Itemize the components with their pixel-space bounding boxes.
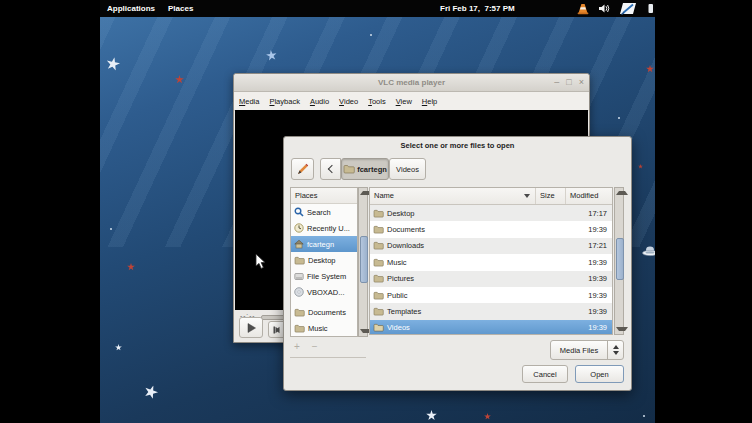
column-header-modified[interactable]: Modified xyxy=(566,188,612,204)
places-sidebar: Places Search Recently U... xyxy=(290,187,358,337)
drive-icon xyxy=(294,272,304,281)
file-row-downloads[interactable]: Downloads 17:21 xyxy=(370,238,612,254)
file-open-dialog: Select one or more files to open fcarteg… xyxy=(283,136,632,391)
file-row-music[interactable]: Music 19:39 xyxy=(370,254,612,270)
breadcrumb-home[interactable]: fcartegn xyxy=(341,158,389,180)
file-row-templates[interactable]: Templates 19:39 xyxy=(370,303,612,319)
chevron-left-icon xyxy=(327,165,335,173)
folder-icon xyxy=(373,323,384,332)
folder-icon xyxy=(373,291,384,300)
sidebar-item-filesystem[interactable]: File System xyxy=(291,268,357,284)
filter-value: Media Files xyxy=(551,346,607,355)
maximize-button[interactable]: □ xyxy=(566,74,571,91)
sidebar-item-label: Documents xyxy=(308,308,346,317)
sidebar-item-music[interactable]: Music xyxy=(291,320,357,336)
add-bookmark-button[interactable]: + xyxy=(294,341,312,352)
mouse-cursor xyxy=(255,253,266,270)
folder-icon xyxy=(294,308,305,317)
play-icon xyxy=(247,323,256,333)
menu-video[interactable]: Video xyxy=(339,97,358,106)
sidebar-item-label: Music xyxy=(308,324,328,333)
clipped-tray-icon[interactable] xyxy=(648,3,653,14)
minimize-button[interactable]: – xyxy=(554,74,559,91)
breadcrumb-videos-label: Videos xyxy=(396,165,419,174)
folder-icon xyxy=(373,209,384,218)
vlc-titlebar[interactable]: VLC media player – □ × xyxy=(234,74,589,92)
file-row-desktop[interactable]: Desktop 17:17 xyxy=(370,205,612,221)
sidebar-item-label: Desktop xyxy=(308,256,336,265)
file-list-header: Name Size Modified xyxy=(370,188,612,205)
breadcrumb-home-label: fcartegn xyxy=(357,165,387,174)
menu-media[interactable]: Media xyxy=(239,97,259,106)
folder-icon xyxy=(373,241,384,250)
pencil-icon xyxy=(296,163,309,176)
sidebar-item-label: File System xyxy=(307,272,346,281)
file-row-videos-selected[interactable]: Videos 19:39 xyxy=(370,320,612,335)
applications-menu[interactable]: Applications xyxy=(101,0,161,17)
sidebar-item-desktop[interactable]: Desktop xyxy=(291,252,357,268)
panel-clock[interactable]: Fri Feb 17, 7:57 PM xyxy=(440,0,515,17)
places-header: Places xyxy=(291,188,357,204)
menu-view[interactable]: View xyxy=(396,97,412,106)
type-location-button[interactable] xyxy=(291,158,314,180)
star-dot xyxy=(618,117,620,119)
sidebar-scrollbar-thumb[interactable] xyxy=(360,236,368,283)
sidebar-item-label: fcartegn xyxy=(307,240,334,249)
sidebar-item-home[interactable]: fcartegn xyxy=(291,236,357,252)
remove-bookmark-button[interactable]: − xyxy=(312,341,330,352)
close-button[interactable]: × xyxy=(579,74,584,91)
sidebar-item-search[interactable]: Search xyxy=(291,204,357,220)
file-row-documents[interactable]: Documents 19:39 xyxy=(370,221,612,237)
red-star xyxy=(127,263,135,271)
vlc-tray-icon[interactable] xyxy=(577,3,589,15)
menu-playback[interactable]: Playback xyxy=(269,97,299,106)
sidebar-item-label: Search xyxy=(307,208,331,217)
menu-audio[interactable]: Audio xyxy=(310,97,329,106)
ufo-graphic xyxy=(642,245,655,259)
bookmark-buttons: +− xyxy=(294,341,330,352)
folder-icon xyxy=(294,256,305,265)
disc-icon xyxy=(294,287,304,297)
sidebar-item-label: Recently U... xyxy=(307,224,350,233)
places-menu[interactable]: Places xyxy=(162,0,199,17)
dialog-title: Select one or more files to open xyxy=(284,137,631,155)
search-icon xyxy=(294,207,304,217)
volume-icon[interactable] xyxy=(598,3,610,14)
star-sparkle xyxy=(142,383,160,401)
star-sparkle xyxy=(115,344,122,351)
menu-tools[interactable]: Tools xyxy=(368,97,386,106)
menu-help[interactable]: Help xyxy=(422,97,437,106)
folder-icon xyxy=(294,324,305,333)
vlc-menubar: Media Playback Audio Video Tools View He… xyxy=(234,92,589,111)
scroll-down-icon[interactable] xyxy=(616,327,628,331)
sort-descending-icon xyxy=(524,194,530,198)
combo-spinner[interactable] xyxy=(607,341,623,359)
scroll-up-icon[interactable] xyxy=(616,191,628,195)
file-list-scrollbar[interactable] xyxy=(614,187,624,335)
back-button[interactable] xyxy=(320,158,341,180)
sidebar-item-recent[interactable]: Recently U... xyxy=(291,220,357,236)
star-dot xyxy=(370,34,372,36)
file-row-public[interactable]: Public 19:39 xyxy=(370,287,612,303)
cancel-button[interactable]: Cancel xyxy=(522,365,568,383)
file-row-pictures[interactable]: Pictures 19:39 xyxy=(370,271,612,287)
breadcrumb-videos[interactable]: Videos xyxy=(389,158,426,180)
pen-tray-icon[interactable] xyxy=(619,2,639,16)
open-button[interactable]: Open xyxy=(575,365,624,383)
sidebar-item-vboxadditions[interactable]: VBOXAD... xyxy=(291,284,357,300)
sidebar-bottom-separator xyxy=(290,357,366,358)
column-header-name[interactable]: Name xyxy=(370,188,536,204)
column-header-size[interactable]: Size xyxy=(536,188,566,204)
sidebar-item-label: VBOXAD... xyxy=(307,288,345,297)
sidebar-item-documents[interactable]: Documents xyxy=(291,304,357,320)
star-dot xyxy=(110,228,112,230)
previous-icon xyxy=(273,326,283,334)
sidebar-scrollbar[interactable] xyxy=(358,187,368,337)
folder-icon xyxy=(373,225,384,234)
file-list: Name Size Modified Desktop 17:17 Documen… xyxy=(369,187,613,335)
folder-icon xyxy=(343,164,355,174)
file-list-scrollbar-thumb[interactable] xyxy=(616,238,624,280)
star-dot xyxy=(643,415,645,417)
play-button[interactable] xyxy=(239,317,263,338)
file-type-filter[interactable]: Media Files xyxy=(550,340,624,360)
